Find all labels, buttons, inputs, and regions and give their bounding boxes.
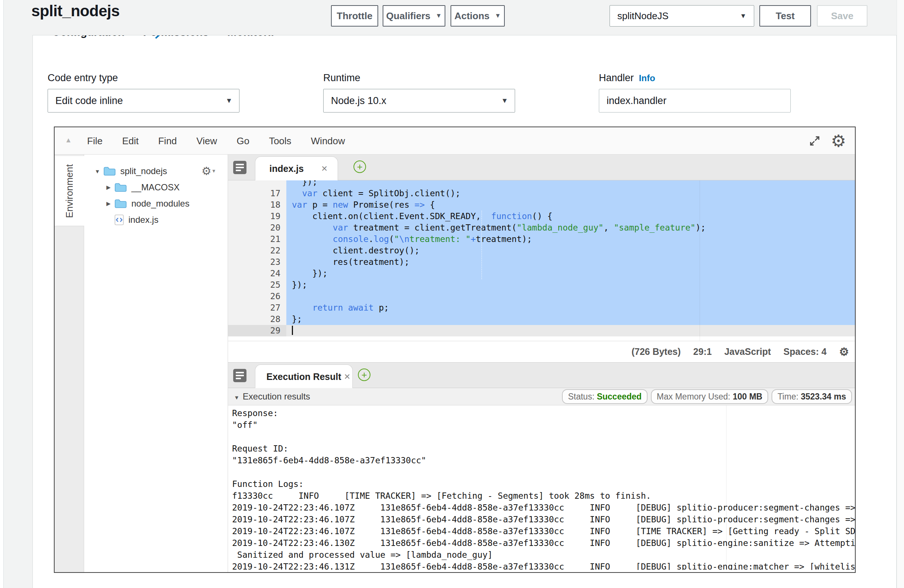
- new-tab-button[interactable]: +: [354, 160, 366, 173]
- editor-menubar: ▲ FileEditFindViewGoToolsWindow ⚙: [55, 127, 855, 155]
- tree-caret-icon[interactable]: ▼: [94, 168, 101, 174]
- statusbar-gear-icon[interactable]: ⚙: [839, 345, 849, 358]
- code-line-25[interactable]: 25});: [228, 279, 855, 291]
- tree-settings-gear-icon[interactable]: ⚙▼: [201, 164, 216, 177]
- line-number[interactable]: 21: [228, 234, 286, 245]
- qualifiers-label: Qualifiers: [386, 10, 431, 22]
- environment-tab-label: Environment: [64, 164, 75, 218]
- line-number[interactable]: 19: [228, 211, 286, 222]
- code-line-partial[interactable]: });: [228, 180, 855, 188]
- runtime-select[interactable]: Node.js 10.x ▼: [323, 89, 515, 112]
- new-tab-button[interactable]: +: [358, 368, 370, 381]
- clipped-blue-mark: [155, 35, 161, 39]
- tab-list-icon[interactable]: [233, 161, 247, 174]
- save-button[interactable]: Save: [817, 5, 868, 27]
- editor-settings-gear-icon[interactable]: ⚙: [831, 131, 846, 151]
- handler-input[interactable]: index.handler: [599, 89, 791, 112]
- code-line-23[interactable]: 23 res(treatment);: [228, 256, 855, 268]
- throttle-button[interactable]: Throttle: [331, 5, 378, 27]
- line-number[interactable]: [228, 180, 286, 188]
- handler-info-link[interactable]: Info: [639, 73, 655, 83]
- chevron-down-icon: ▼: [226, 96, 232, 105]
- line-number[interactable]: 26: [228, 291, 286, 302]
- tree-item-label: node_modules: [131, 198, 189, 209]
- tab-list-icon[interactable]: [233, 369, 247, 382]
- editor-menu: FileEditFindViewGoToolsWindow: [87, 127, 345, 155]
- cursor-position[interactable]: 29:1: [693, 346, 712, 357]
- code-entry-type-select[interactable]: Edit code inline ▼: [47, 89, 239, 112]
- code-line-29[interactable]: 29: [228, 325, 855, 337]
- menu-window[interactable]: Window: [311, 135, 345, 147]
- menu-tools[interactable]: Tools: [269, 135, 291, 147]
- lambda-console: split_nodejs Throttle Qualifiers ▼ Actio…: [0, 0, 904, 588]
- menu-file[interactable]: File: [87, 135, 103, 147]
- result-badges: Status: SucceededMax Memory Used: 100 MB…: [562, 389, 852, 404]
- code-line-28[interactable]: 28};: [228, 313, 855, 325]
- menu-edit[interactable]: Edit: [122, 135, 139, 147]
- code-line-24[interactable]: 24 });: [228, 268, 855, 279]
- badge-time-: Time: 3523.34 ms: [771, 389, 852, 404]
- language-mode[interactable]: JavaScript: [724, 346, 771, 357]
- close-icon[interactable]: ×: [344, 371, 350, 383]
- line-number[interactable]: 22: [228, 245, 286, 256]
- code-line-17[interactable]: 17 var client = SplitObj.client();: [228, 188, 855, 199]
- tab-index-js-label: index.js: [269, 163, 303, 174]
- tree-item--macosx[interactable]: ▶__MACOSX: [84, 179, 228, 196]
- save-label: Save: [831, 10, 853, 22]
- line-number[interactable]: 28: [228, 313, 286, 325]
- indent-setting[interactable]: Spaces: 4: [783, 346, 827, 357]
- fullscreen-icon[interactable]: [808, 134, 821, 147]
- code-line-18[interactable]: 18var p = new Promise(res => {: [228, 199, 855, 211]
- line-number[interactable]: 20: [228, 222, 286, 234]
- test-event-value: splitNodeJS: [617, 10, 669, 22]
- js-file-icon: [114, 214, 124, 225]
- line-number[interactable]: 24: [228, 268, 286, 279]
- folder-icon: [114, 182, 127, 193]
- tree-item-index-js[interactable]: index.js: [84, 212, 228, 228]
- environment-tab[interactable]: Environment: [55, 156, 84, 226]
- tree-item-node-modules[interactable]: ▶node_modules: [84, 196, 228, 212]
- line-number[interactable]: 18: [228, 199, 286, 211]
- code-content[interactable]: });17 var client = SplitObj.client();18v…: [228, 180, 855, 341]
- actions-button[interactable]: Actions ▼: [450, 5, 505, 27]
- tab-index-js[interactable]: index.js ×: [255, 156, 338, 180]
- line-number[interactable]: 27: [228, 302, 286, 313]
- page-scrollbar[interactable]: [897, 0, 904, 588]
- test-button[interactable]: Test: [759, 5, 811, 27]
- tab-execution-result[interactable]: Execution Result ×: [255, 364, 353, 389]
- execution-results-toggle[interactable]: ▼Execution results: [234, 391, 310, 402]
- tree-item-split-nodejs[interactable]: ▼split_nodejs⚙▼: [84, 163, 228, 179]
- tree-item-label: __MACOSX: [131, 182, 180, 193]
- badge-max-memory-used-: Max Memory Used: 100 MB: [651, 389, 768, 404]
- tree-caret-icon[interactable]: ▶: [105, 200, 112, 207]
- line-number[interactable]: 25: [228, 279, 286, 291]
- code-tabbar: index.js × +: [228, 155, 855, 180]
- tab-execution-result-label: Execution Result: [266, 371, 341, 382]
- test-label: Test: [776, 10, 795, 22]
- execution-results-header: ▼Execution results Status: SucceededMax …: [228, 388, 855, 405]
- code-line-21[interactable]: 21 console.log("\ntreatment: "+treatment…: [228, 234, 855, 245]
- test-event-select[interactable]: splitNodeJS ▼: [610, 5, 754, 27]
- execution-log-output[interactable]: Response:"off" Request ID:"131e865f-6eb4…: [228, 405, 855, 570]
- menu-go[interactable]: Go: [237, 135, 250, 147]
- line-number[interactable]: 17: [228, 188, 286, 199]
- tree-item-label: index.js: [128, 215, 158, 225]
- indent-guide-line: [482, 211, 482, 279]
- log-line: 2019-10-24T22:23:46.130Z 131e865f-6eb4-4…: [232, 537, 855, 549]
- sidebar-strip: Environment: [55, 155, 84, 572]
- collapse-menu-icon[interactable]: ▲: [65, 136, 72, 144]
- close-icon[interactable]: ×: [321, 163, 327, 174]
- menu-find[interactable]: Find: [158, 135, 177, 147]
- code-entry-type-value: Edit code inline: [55, 95, 123, 107]
- code-line-20[interactable]: 20 var treatment = client.getTreatment("…: [228, 222, 855, 234]
- line-number[interactable]: 29: [228, 325, 286, 337]
- code-line-19[interactable]: 19 client.on(client.Event.SDK_READY, fun…: [228, 211, 855, 222]
- code-line-27[interactable]: 27 return await p;: [228, 302, 855, 313]
- tree-caret-icon[interactable]: ▶: [105, 184, 112, 191]
- menu-view[interactable]: View: [196, 135, 217, 147]
- code-line-22[interactable]: 22 client.destroy();: [228, 245, 855, 256]
- qualifiers-button[interactable]: Qualifiers ▼: [382, 5, 446, 27]
- code-line-26[interactable]: 26: [228, 291, 855, 302]
- handler-label: HandlerInfo: [599, 72, 655, 84]
- line-number[interactable]: 23: [228, 256, 286, 268]
